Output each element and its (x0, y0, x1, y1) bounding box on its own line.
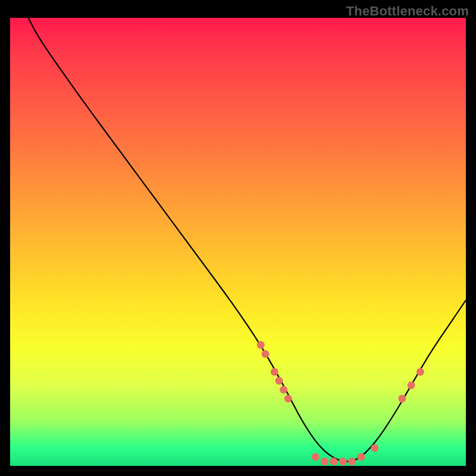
plot-area (10, 18, 466, 466)
min-cluster-6 (357, 453, 365, 461)
min-cluster-3 (330, 458, 337, 465)
markers-group (257, 341, 424, 465)
right-cluster-3 (416, 368, 424, 375)
min-cluster-1 (312, 453, 320, 461)
chart-frame: TheBottleneck.com (0, 0, 476, 476)
left-cluster-top-1 (257, 341, 265, 349)
left-cluster-mid-1 (271, 368, 278, 375)
min-cluster-4 (339, 458, 347, 465)
curve-svg (10, 18, 466, 466)
left-cluster-mid-3 (280, 386, 287, 394)
left-cluster-low (284, 395, 292, 403)
min-cluster-7 (371, 444, 378, 452)
min-cluster-2 (321, 458, 328, 465)
left-cluster-mid-2 (275, 377, 283, 384)
right-cluster-1 (398, 395, 406, 403)
attribution-label: TheBottleneck.com (346, 4, 469, 19)
left-cluster-top-2 (262, 350, 270, 358)
min-cluster-5 (348, 458, 356, 465)
right-cluster-2 (408, 381, 415, 389)
bottleneck-curve (29, 18, 466, 462)
